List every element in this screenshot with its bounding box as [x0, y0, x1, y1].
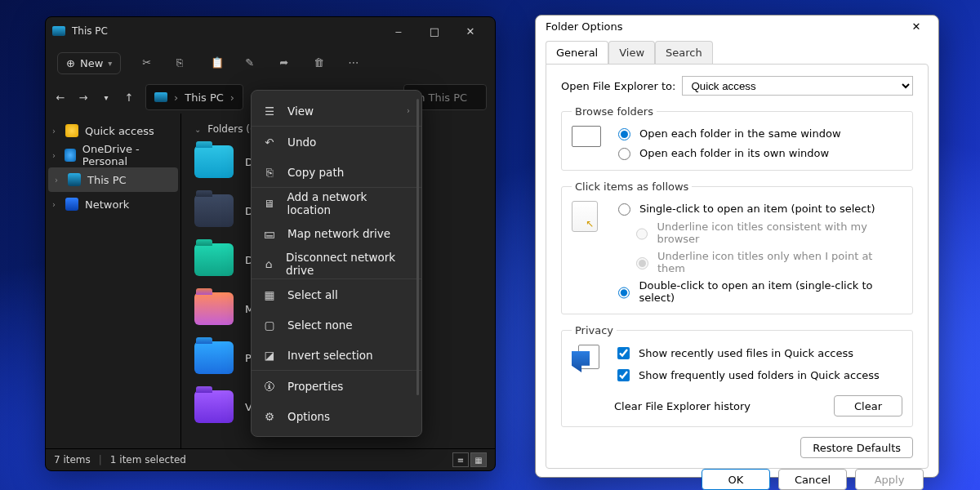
chevron-down-icon: ▾	[108, 59, 112, 68]
menu-item-select-none[interactable]: ▢ Select none	[252, 310, 421, 340]
radio-label: Open each folder in the same window	[639, 127, 841, 140]
clear-history-row: Clear File Explorer history Clear	[614, 395, 902, 416]
back-button[interactable]: ←	[54, 91, 67, 104]
chevron-right-icon: ›	[407, 106, 410, 115]
menu-item-copy-path[interactable]: ⎘ Copy path	[252, 157, 421, 187]
check-frequent-folders[interactable]: Show frequently used folders in Quick ac…	[614, 367, 902, 384]
address-bar[interactable]: › This PC ›	[145, 84, 243, 110]
new-button-label: New	[80, 57, 103, 69]
chevron-right-icon[interactable]: ›	[52, 127, 59, 136]
menu-item-label: Select none	[287, 318, 353, 332]
radio-same-window[interactable]: Open each folder in the same window	[614, 126, 902, 140]
checkbox-input[interactable]	[617, 347, 630, 359]
dialog-title-bar[interactable]: Folder Options ✕	[536, 16, 938, 37]
radio-underline-browser: Underline icon titles consistent with my…	[632, 220, 902, 245]
new-button[interactable]: ⊕ New ▾	[57, 52, 121, 74]
maximize-button[interactable]: □	[416, 19, 452, 43]
copy-icon[interactable]: ⎘	[176, 56, 189, 69]
open-to-label: Open File Explorer to:	[561, 80, 675, 92]
recent-button[interactable]: ▾	[100, 93, 113, 102]
menu-item-label: Map network drive	[287, 227, 390, 240]
restore-defaults-button[interactable]: Restore Defaults	[800, 437, 913, 458]
invert-selection-icon: ◪	[263, 349, 276, 362]
sidebar-item-network[interactable]: › Network	[46, 192, 180, 216]
title-bar[interactable]: This PC ‒ □ ✕	[46, 17, 495, 45]
menu-item-options[interactable]: ⚙ Options	[252, 401, 421, 431]
close-button[interactable]: ✕	[452, 19, 488, 43]
rename-icon[interactable]: ✎	[245, 56, 258, 69]
radio-input[interactable]	[618, 128, 630, 140]
forward-button[interactable]: →	[77, 91, 90, 104]
minimize-button[interactable]: ‒	[381, 19, 416, 43]
menu-item-label: Undo	[287, 136, 316, 149]
tab-general[interactable]: General	[546, 41, 608, 65]
radio-own-window[interactable]: Open each folder in its own window	[614, 145, 902, 160]
menu-item-invert-selection[interactable]: ◪ Invert selection	[252, 340, 421, 370]
sidebar-item-this-pc[interactable]: › This PC	[48, 167, 178, 192]
sidebar-item-quick-access[interactable]: › Quick access	[46, 118, 180, 143]
folder-icon	[194, 292, 234, 325]
tab-search[interactable]: Search	[655, 41, 713, 65]
chevron-right-icon[interactable]: ›	[52, 151, 58, 160]
dialog-button-row: OK Cancel Apply	[536, 469, 938, 490]
scrollbar[interactable]	[416, 99, 419, 395]
folder-options-dialog: Folder Options ✕ General View Search Ope…	[535, 15, 939, 478]
restore-row: Restore Defaults	[561, 437, 913, 458]
more-icon[interactable]: ⋯	[348, 56, 361, 69]
plus-icon: ⊕	[66, 57, 75, 69]
chevron-right-icon[interactable]: ›	[52, 200, 59, 209]
clear-button[interactable]: Clear	[834, 395, 902, 416]
sidebar-item-onedrive[interactable]: › OneDrive - Personal	[46, 143, 180, 167]
paste-icon[interactable]: 📋	[211, 56, 224, 69]
menu-item-label: Disconnect network drive	[286, 251, 410, 277]
apply-button[interactable]: Apply	[855, 469, 924, 490]
menu-item-map-network-drive[interactable]: 🖴 Map network drive	[252, 218, 421, 248]
menu-item-properties[interactable]: 🛈 Properties	[252, 370, 421, 401]
radio-single-click[interactable]: Single-click to open an item (point to s…	[614, 201, 902, 216]
menu-item-view[interactable]: ☰ View ›	[252, 96, 421, 126]
menu-item-disconnect-network-drive[interactable]: ⌂ Disconnect network drive	[252, 248, 421, 278]
tiles-view-button[interactable]: ▦	[470, 452, 487, 467]
network-location-icon: 🖥	[263, 197, 275, 210]
details-view-button[interactable]: ≡	[452, 452, 469, 467]
this-pc-icon	[154, 92, 167, 102]
share-icon[interactable]: ➦	[279, 56, 292, 69]
cancel-button[interactable]: Cancel	[778, 469, 847, 490]
click-items-group: Click items as follows Single-click to o…	[561, 180, 913, 314]
close-button[interactable]: ✕	[904, 16, 929, 37]
radio-input	[636, 228, 648, 240]
map-drive-icon: 🖴	[263, 227, 276, 240]
menu-item-undo[interactable]: ↶ Undo	[252, 126, 421, 157]
radio-input[interactable]	[618, 203, 630, 216]
undo-icon: ↶	[263, 136, 276, 149]
privacy-legend: Privacy	[572, 324, 617, 336]
gear-icon: ⚙	[263, 410, 276, 423]
this-pc-icon	[52, 26, 65, 36]
menu-item-label: Select all	[287, 288, 338, 301]
dialog-title: Folder Options	[546, 20, 904, 33]
tab-view[interactable]: View	[608, 41, 655, 65]
checkbox-input[interactable]	[617, 369, 630, 381]
copy-path-icon: ⎘	[263, 166, 276, 179]
delete-icon[interactable]: 🗑	[314, 56, 327, 69]
check-recent-files[interactable]: Show recently used files in Quick access	[614, 345, 902, 362]
sidebar-item-label: OneDrive - Personal	[82, 143, 174, 167]
chevron-right-icon[interactable]: ›	[55, 176, 61, 185]
select-none-icon: ▢	[263, 318, 276, 332]
up-button[interactable]: ↑	[122, 91, 136, 104]
cursor-file-icon	[572, 201, 603, 225]
ok-button[interactable]: OK	[702, 469, 770, 490]
navigation-pane: › Quick access › OneDrive - Personal › T…	[46, 114, 181, 448]
select-all-icon: ▦	[263, 288, 276, 301]
monitor-icon	[68, 173, 81, 186]
breadcrumb[interactable]: This PC	[185, 91, 224, 104]
radio-input[interactable]	[618, 287, 630, 299]
menu-item-select-all[interactable]: ▦ Select all	[252, 278, 421, 310]
cut-icon[interactable]: ✂	[142, 56, 155, 69]
open-to-select[interactable]: Quick access	[682, 76, 913, 96]
menu-item-add-network-location[interactable]: 🖥 Add a network location	[252, 187, 421, 218]
radio-input[interactable]	[618, 148, 630, 160]
radio-label: Open each folder in its own window	[639, 147, 829, 159]
disconnect-drive-icon: ⌂	[263, 257, 274, 270]
radio-double-click[interactable]: Double-click to open an item (single-cli…	[614, 279, 902, 304]
